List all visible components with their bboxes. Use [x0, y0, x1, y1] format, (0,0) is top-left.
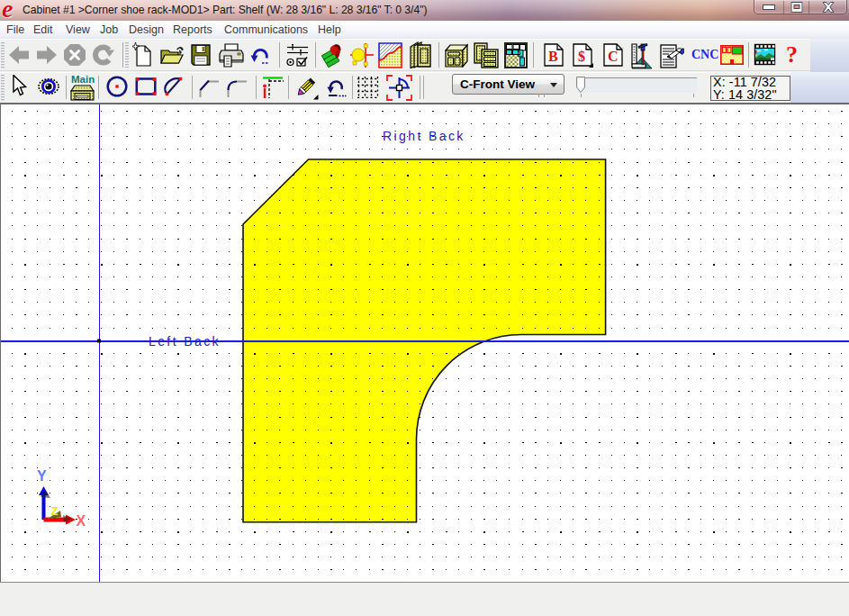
- svg-text:Y: Y: [37, 468, 47, 484]
- svg-text:C: C: [608, 49, 619, 64]
- svg-text:Main: Main: [71, 74, 95, 85]
- svg-text:Right Back: Right Back: [383, 129, 465, 143]
- svg-text:X: X: [77, 513, 86, 529]
- svg-text:?: ?: [786, 43, 798, 67]
- svg-text:$: $: [578, 49, 585, 64]
- svg-text:B: B: [548, 49, 558, 64]
- svg-text:Z: Z: [51, 504, 59, 518]
- svg-text:Left Back: Left Back: [149, 334, 221, 349]
